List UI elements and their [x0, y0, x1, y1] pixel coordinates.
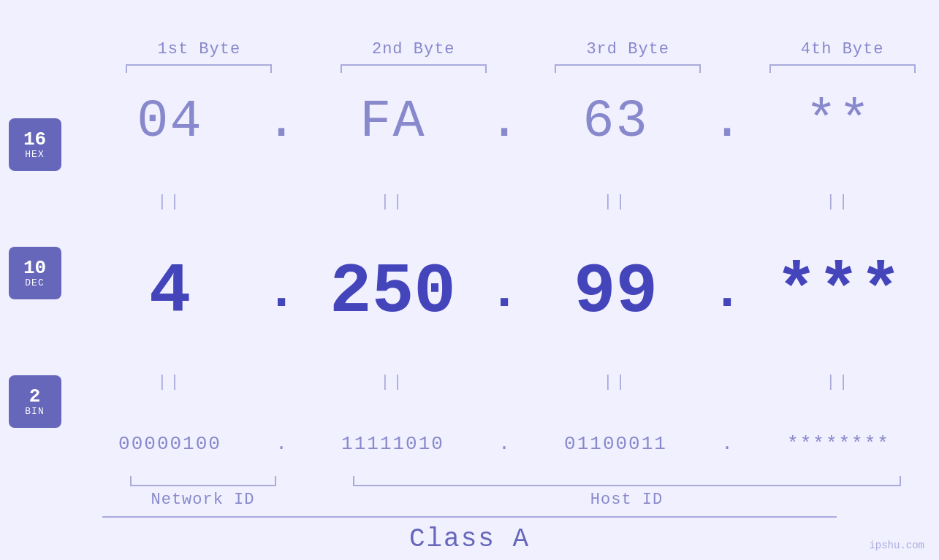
byte2-label: 2nd Byte	[372, 40, 455, 58]
hex-b2: FA	[360, 92, 425, 152]
equals-row-2: || || || ||	[69, 369, 939, 396]
dec-dot2: .	[493, 262, 515, 322]
header-row: 1st Byte 2nd Byte 3rd Byte 4th Byte	[0, 0, 939, 73]
dec-dot1: .	[270, 262, 292, 322]
byte3-bracket-top	[555, 64, 701, 73]
hex-b3: 63	[582, 92, 648, 152]
hex-row: 04 . FA . 63 . **	[69, 92, 939, 152]
byte1-label: 1st Byte	[157, 40, 240, 58]
dec-b1: 4	[149, 253, 191, 332]
host-bracket-bottom	[353, 476, 901, 486]
hex-dot1: .	[270, 92, 292, 152]
byte1-header: 1st Byte	[102, 40, 296, 73]
content-area: 16 HEX 10 DEC 2 BIN 04 . FA	[0, 73, 939, 473]
eq2-b1: ||	[69, 373, 270, 391]
dec-dot3: .	[716, 262, 738, 322]
hex-b3-cell: 63	[515, 92, 716, 152]
hex-badge-label: HEX	[25, 149, 44, 160]
dec-b1-cell: 4	[69, 253, 270, 332]
watermark: ipshu.com	[869, 540, 924, 551]
hex-b1-cell: 04	[69, 92, 270, 152]
network-id-label: Network ID	[151, 491, 254, 509]
bin-dot1: .	[270, 433, 292, 455]
bin-dot3: .	[716, 433, 738, 455]
byte4-header: 4th Byte	[745, 40, 939, 73]
bin-b3-cell: 01100011	[515, 433, 716, 455]
dec-row: 4 . 250 . 99 . ***	[69, 253, 939, 332]
hex-badge: 16 HEX	[9, 118, 61, 171]
equals-row-1: || || || ||	[69, 189, 939, 215]
bin-b3: 01100011	[564, 433, 667, 455]
hex-b2-cell: FA	[292, 92, 493, 152]
eq1-b3: ||	[515, 193, 716, 211]
byte4-bracket-top	[769, 64, 916, 73]
byte3-label: 3rd Byte	[586, 40, 669, 58]
hex-b4: **	[805, 92, 871, 152]
eq1-b2: ||	[292, 193, 493, 211]
bottom-section: Network ID Host ID	[0, 473, 939, 516]
eq2-b3: ||	[515, 373, 716, 391]
dec-b2-cell: 250	[292, 253, 493, 332]
values-grid: 04 . FA . 63 . ** || ||	[69, 73, 939, 473]
eq2-b2: ||	[292, 373, 493, 391]
id-labels-row: Network ID Host ID	[102, 476, 939, 509]
dec-b4-cell: ***	[738, 253, 939, 332]
eq1-b1: ||	[69, 193, 270, 211]
hex-badge-number: 16	[23, 130, 46, 149]
badges-column: 16 HEX 10 DEC 2 BIN	[0, 73, 69, 473]
bin-badge-label: BIN	[25, 406, 44, 417]
main-container: 1st Byte 2nd Byte 3rd Byte 4th Byte 16 H…	[0, 0, 939, 560]
bin-b1: 00000100	[118, 433, 221, 455]
bin-dot2: .	[493, 433, 515, 455]
dec-badge: 10 DEC	[9, 247, 61, 299]
class-label: Class A	[409, 524, 530, 554]
bin-b2-cell: 11111010	[292, 433, 493, 455]
dec-b2: 250	[330, 253, 456, 332]
bin-badge: 2 BIN	[9, 375, 61, 428]
bin-b1-cell: 00000100	[69, 433, 270, 455]
dec-badge-number: 10	[23, 258, 46, 277]
network-bracket-bottom	[130, 476, 276, 486]
byte1-bracket-top	[126, 64, 272, 73]
bin-b4-cell: ********	[738, 433, 939, 455]
dec-b3: 99	[574, 253, 658, 332]
host-id-label: Host ID	[590, 491, 663, 509]
bin-badge-number: 2	[29, 387, 41, 406]
eq1-b4: ||	[738, 193, 939, 211]
eq2-b4: ||	[738, 373, 939, 391]
byte2-header: 2nd Byte	[316, 40, 510, 73]
network-id-section: Network ID	[102, 476, 303, 509]
hex-b1: 04	[137, 92, 202, 152]
host-id-section: Host ID	[325, 476, 928, 509]
dec-b3-cell: 99	[515, 253, 716, 332]
bin-b4: ********	[787, 433, 890, 455]
dec-badge-label: DEC	[25, 277, 44, 288]
class-row: Class A	[102, 516, 837, 560]
byte4-label: 4th Byte	[801, 40, 884, 58]
bin-row: 00000100 . 11111010 . 01100011 . *******…	[69, 433, 939, 455]
hex-b4-cell: **	[738, 92, 939, 152]
hex-dot2: .	[493, 92, 515, 152]
dec-b4: ***	[775, 253, 902, 332]
hex-dot3: .	[716, 92, 738, 152]
byte3-header: 3rd Byte	[531, 40, 725, 73]
byte2-bracket-top	[341, 64, 487, 73]
bin-b2: 11111010	[341, 433, 444, 455]
